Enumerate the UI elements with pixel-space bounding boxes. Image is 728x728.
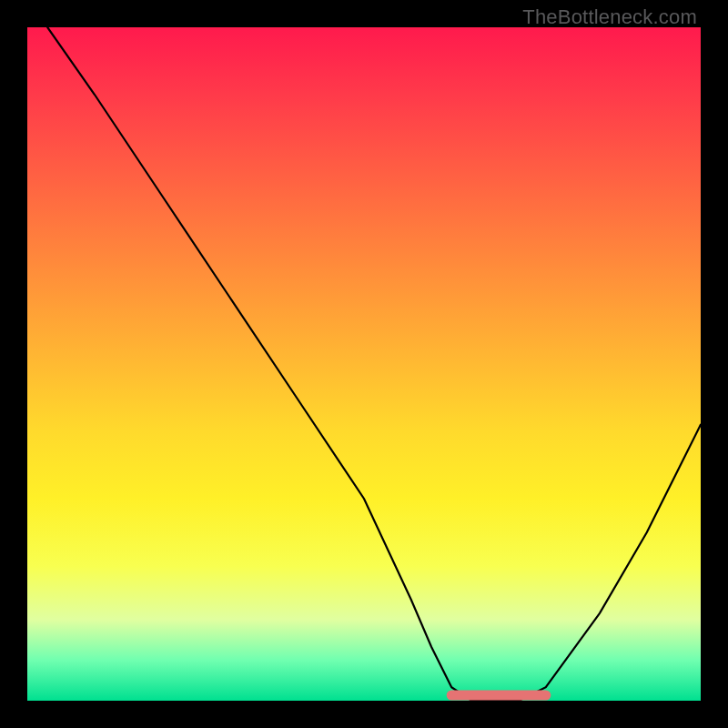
bottleneck-curve: [47, 27, 701, 701]
plot-area: [27, 27, 701, 701]
curve-layer: [27, 27, 701, 701]
chart-frame: TheBottleneck.com: [0, 0, 728, 728]
watermark-text: TheBottleneck.com: [522, 5, 697, 29]
